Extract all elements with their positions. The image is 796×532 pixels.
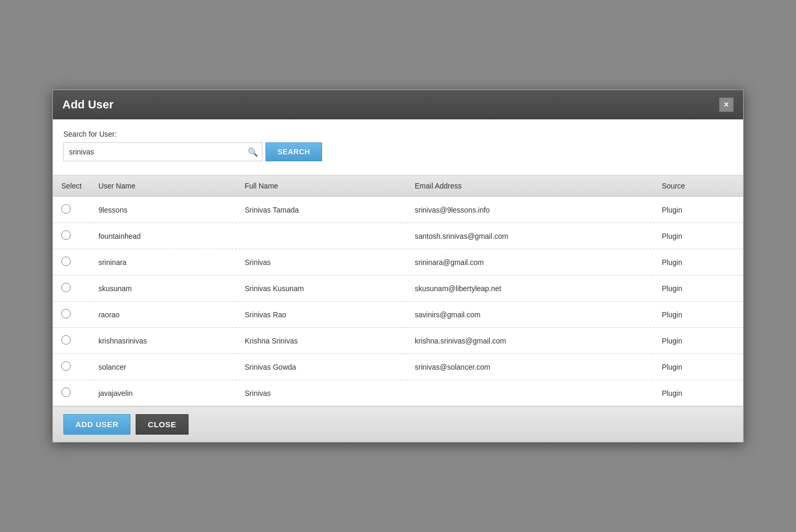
fullname-cell: Srinivas Gowda bbox=[236, 354, 406, 380]
col-email: Email Address bbox=[406, 175, 654, 197]
add-user-button[interactable]: ADD USER bbox=[63, 414, 130, 435]
fullname-cell: Srinivas bbox=[236, 249, 406, 275]
search-input[interactable] bbox=[63, 142, 262, 161]
email-cell: srinivas@solancer.com bbox=[406, 354, 654, 380]
table-row: fountainheadsantosh.srinivas@gmail.comPl… bbox=[53, 223, 743, 249]
table-row: 9lessonsSrinivas Tamadasrinivas@9lessons… bbox=[53, 197, 743, 223]
search-row: 🔍 SEARCH bbox=[63, 142, 733, 161]
source-cell: Plugin bbox=[654, 354, 743, 380]
fullname-cell: Srinivas Kusunam bbox=[236, 275, 406, 302]
username-cell: javajavelin bbox=[90, 380, 236, 406]
table-row: krishnasrinivasKrishna Srinivaskrishna.s… bbox=[53, 328, 743, 354]
dialog-body: Search for User: 🔍 SEARCH bbox=[53, 119, 743, 175]
search-input-wrapper: 🔍 bbox=[63, 142, 262, 161]
username-cell: raorao bbox=[90, 302, 236, 328]
email-cell: srininara@gmail.com bbox=[406, 249, 654, 275]
dialog-header: Add User × bbox=[53, 90, 743, 119]
username-cell: fountainhead bbox=[90, 223, 236, 249]
source-cell: Plugin bbox=[654, 328, 743, 354]
users-table: Select User Name Full Name Email Address… bbox=[53, 175, 743, 406]
email-cell: savinirs@gmail.com bbox=[406, 302, 654, 328]
source-cell: Plugin bbox=[654, 275, 743, 302]
table-container: Select User Name Full Name Email Address… bbox=[53, 175, 743, 406]
select-cell bbox=[53, 275, 90, 302]
username-cell: 9lessons bbox=[90, 197, 236, 223]
select-cell bbox=[53, 249, 90, 275]
email-cell: krishna.srinivas@gmail.com bbox=[406, 328, 654, 354]
select-radio[interactable] bbox=[61, 309, 71, 318]
close-dialog-button[interactable]: CLOSE bbox=[136, 414, 188, 435]
username-cell: srininara bbox=[90, 249, 236, 275]
source-cell: Plugin bbox=[654, 380, 743, 406]
fullname-cell: Srinivas Rao bbox=[236, 302, 406, 328]
col-source: Source bbox=[654, 175, 743, 197]
table-row: skusunamSrinivas Kusunamskusunam@liberty… bbox=[53, 275, 743, 302]
username-cell: krishnasrinivas bbox=[90, 328, 236, 354]
select-cell bbox=[53, 302, 90, 328]
select-radio[interactable] bbox=[61, 361, 71, 371]
search-label: Search for User: bbox=[63, 130, 733, 138]
email-cell: skusunam@libertyleap.net bbox=[406, 275, 654, 302]
table-row: solancerSrinivas Gowdasrinivas@solancer.… bbox=[53, 354, 743, 380]
username-cell: solancer bbox=[90, 354, 236, 380]
table-row: srininaraSrinivassrininara@gmail.comPlug… bbox=[53, 249, 743, 275]
select-radio[interactable] bbox=[61, 283, 71, 292]
fullname-cell: Krishna Srinivas bbox=[236, 328, 406, 354]
select-radio[interactable] bbox=[61, 387, 71, 397]
select-cell bbox=[53, 328, 90, 354]
source-cell: Plugin bbox=[654, 197, 743, 223]
select-radio[interactable] bbox=[61, 257, 71, 266]
fullname-cell bbox=[236, 223, 406, 249]
source-cell: Plugin bbox=[654, 249, 743, 275]
header-close-button[interactable]: × bbox=[719, 97, 734, 112]
source-cell: Plugin bbox=[654, 302, 743, 328]
dialog-title: Add User bbox=[62, 98, 114, 112]
select-radio[interactable] bbox=[61, 335, 71, 345]
table-row: javajavelinSrinivasPlugin bbox=[53, 380, 743, 406]
fullname-cell: Srinivas bbox=[236, 380, 406, 406]
dialog-footer: ADD USER CLOSE bbox=[53, 406, 743, 442]
table-row: raoraoSrinivas Raosavinirs@gmail.comPlug… bbox=[53, 302, 743, 328]
col-fullname: Full Name bbox=[236, 175, 406, 197]
email-cell bbox=[406, 380, 654, 406]
select-radio[interactable] bbox=[61, 230, 71, 240]
username-cell: skusunam bbox=[90, 275, 236, 302]
fullname-cell: Srinivas Tamada bbox=[236, 197, 406, 223]
col-username: User Name bbox=[90, 175, 236, 197]
email-cell: santosh.srinivas@gmail.com bbox=[406, 223, 654, 249]
col-select: Select bbox=[53, 175, 90, 197]
add-user-dialog: Add User × Search for User: 🔍 SEARCH Sel… bbox=[52, 90, 744, 442]
select-cell bbox=[53, 197, 90, 223]
table-header-row: Select User Name Full Name Email Address… bbox=[53, 175, 743, 197]
search-button[interactable]: SEARCH bbox=[266, 142, 322, 161]
source-cell: Plugin bbox=[654, 223, 743, 249]
select-cell bbox=[53, 354, 90, 380]
select-radio[interactable] bbox=[61, 204, 71, 214]
select-cell bbox=[53, 223, 90, 249]
select-cell bbox=[53, 380, 90, 406]
email-cell: srinivas@9lessons.info bbox=[406, 197, 654, 223]
